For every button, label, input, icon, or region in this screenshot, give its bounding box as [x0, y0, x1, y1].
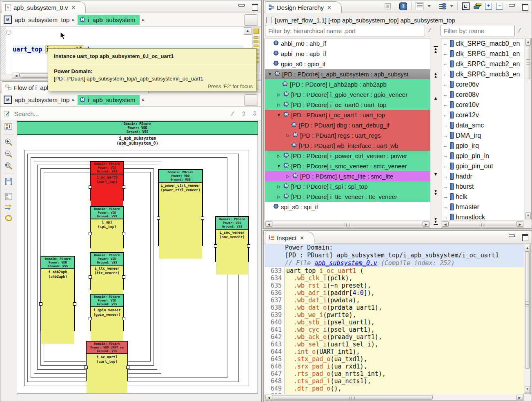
- tree-collapsed-arrow-icon[interactable]: ▷: [276, 103, 281, 107]
- tree-collapsed-arrow-icon[interactable]: ▷: [276, 184, 281, 189]
- clear-filter-broom-icon[interactable]: [516, 27, 523, 34]
- signal-item[interactable]: →data_smc: [441, 120, 524, 130]
- minimize-icon[interactable]: [509, 234, 515, 237]
- scrollbar-thumb[interactable]: [448, 222, 517, 226]
- page-down-highlight-icon[interactable]: ▼▼: [432, 190, 439, 196]
- signal-item[interactable]: ←clk_SRPG_macb1_en: [441, 49, 524, 59]
- scroll-up-icon[interactable]: ▲: [525, 245, 530, 252]
- breadcrumb-item[interactable]: apb_subsystem_top: [15, 16, 69, 23]
- clear-filter-broom-icon[interactable]: [427, 27, 433, 34]
- maximize-icon[interactable]: [252, 4, 258, 11]
- zoom-out-icon[interactable]: [4, 150, 13, 158]
- next-highlight-icon[interactable]: ▼: [432, 173, 439, 176]
- layers-icon[interactable]: [474, 3, 481, 9]
- filter-hierarchical-input[interactable]: [265, 25, 425, 36]
- tree-horizontal-scrollbar[interactable]: ◀ ▶: [265, 221, 430, 228]
- expand-all-icon[interactable]: +: [485, 3, 492, 10]
- breadcrumb-arrow-icon[interactable]: ▸: [72, 97, 75, 103]
- inspect-content[interactable]: Power Domain: [PD : PDuart] apb_subsyste…: [265, 244, 524, 394]
- chevron-down-icon[interactable]: [450, 5, 453, 7]
- filter-columns-icon[interactable]: [439, 3, 446, 9]
- breadcrumb-arrow-icon[interactable]: ▸: [142, 97, 145, 103]
- tree-item[interactable]: ▼ M[PD : PDuart] i_oc_uart1 : uart_top: [265, 110, 430, 120]
- inspect-horizontal-scrollbar[interactable]: ◀ ▶: [265, 394, 524, 401]
- scroll-left-icon[interactable]: ◀: [265, 395, 272, 400]
- tab-apb-subsystem-file[interactable]: v apb_subsystem_0.v ✕: [2, 1, 86, 13]
- options-form-icon[interactable]: [5, 193, 12, 200]
- search-next-icon[interactable]: ⇩: [252, 110, 257, 117]
- hierarchy-tree[interactable]: iahbi_m0 : ahb_if iapbi_mo : apb_if igpi…: [265, 38, 430, 220]
- signal-vertical-scrollbar[interactable]: ▲ ▼: [525, 38, 532, 220]
- tree-item[interactable]: ispi_s0 : spi_if: [265, 202, 430, 212]
- tree-collapsed-arrow-icon[interactable]: ▷: [276, 92, 281, 97]
- signal-item[interactable]: →haddr: [441, 171, 524, 181]
- trace-arrows-icon[interactable]: [4, 204, 13, 210]
- chip-icon[interactable]: [462, 2, 470, 10]
- signal-item[interactable]: →hclk: [441, 192, 524, 202]
- scroll-right-icon[interactable]: ▶: [516, 221, 523, 227]
- go-first-highlight-icon[interactable]: ▲▲: [432, 46, 439, 53]
- breadcrumb-item-selected[interactable]: M i_apb_subsystem: [78, 15, 140, 25]
- signal-item[interactable]: ←gpio_irq: [441, 141, 524, 151]
- tab-inspect[interactable]: i Inspect ✕: [265, 232, 314, 243]
- minimize-icon[interactable]: [238, 4, 245, 7]
- top-domain-band[interactable]: Domain: PDcore Power: VDD Ground: VSS: [17, 122, 258, 135]
- show-hierarchy-button[interactable]: [244, 14, 258, 26]
- tree-expanded-arrow-icon[interactable]: ▼: [276, 164, 281, 168]
- power-format-icon[interactable]: T: [399, 2, 407, 10]
- tree-item[interactable]: ▷ M[PD : PDcore] i_power_ctrl_veneer : p…: [265, 151, 430, 161]
- diagram-block-i_spi[interactable]: Domain: PDcorePower: VDDGround: VSSi_spi…: [90, 206, 124, 248]
- scroll-up-icon[interactable]: ▲: [244, 27, 252, 35]
- inspect-vertical-scrollbar[interactable]: ▲ ▼: [524, 244, 531, 394]
- chevron-down-icon[interactable]: [427, 5, 431, 7]
- tree-item[interactable]: iapbi_mo : apb_if: [265, 49, 430, 59]
- tree-item[interactable]: ▷ M[PD : PDcore] i_oc_uart0 : uart_top: [265, 100, 430, 110]
- port-signal-list[interactable]: ←clk_SRPG_macb0_en←clk_SRPG_macb1_en←clk…: [441, 38, 524, 220]
- tree-item[interactable]: ▷ M[PD : PDcore] i_gpio_veneer : gpio_ve…: [265, 89, 430, 100]
- tree-collapsed-arrow-icon[interactable]: ▷: [285, 133, 290, 138]
- signal-item[interactable]: ←core12v: [441, 110, 524, 120]
- signal-item[interactable]: ←core06v: [441, 79, 524, 89]
- power-domain-diagram-canvas[interactable]: Domain: PDcore Power: VDD Ground: VSS i_…: [17, 121, 258, 393]
- file-link[interactable]: apb_subsystem_0.v: [314, 259, 377, 267]
- clear-broom-icon[interactable]: [229, 111, 236, 117]
- sync-refresh-icon[interactable]: [4, 214, 13, 221]
- properties-icon[interactable]: [4, 123, 13, 130]
- signal-item[interactable]: ←core08v: [441, 89, 524, 100]
- tree-item[interactable]: ▷ M[PD : PDuart] regs : uart_regs: [265, 130, 430, 141]
- scrollbar-thumb[interactable]: [526, 46, 530, 79]
- tree-item[interactable]: ▼ M[PD : PDcore] i_smc_veneer : smc_vene…: [265, 161, 430, 171]
- tree-item[interactable]: igpio_s0 : gpio_if: [265, 59, 430, 69]
- signal-item[interactable]: →hmastlock: [441, 212, 524, 220]
- page-up-highlight-icon[interactable]: ▲▲: [432, 72, 439, 78]
- diagram-block-i_power_ctrl_veneer[interactable]: Domain: PDcorePower: VDDGround: VSSi_pow…: [158, 169, 203, 246]
- close-icon[interactable]: ✕: [300, 235, 304, 241]
- signal-item[interactable]: ←gpio_pin_out: [441, 161, 524, 171]
- tree-item[interactable]: ▼ M[PD : PDcore] i_apb_subsystem : apb_s…: [265, 69, 430, 79]
- prev-highlight-icon[interactable]: ▲: [432, 97, 439, 100]
- tree-collapsed-arrow-icon[interactable]: ▷: [276, 154, 281, 158]
- tree-item[interactable]: ▷ M[PD : PDcore] i_spi : spi_top: [265, 181, 430, 192]
- scroll-left-icon[interactable]: ◀: [442, 221, 449, 227]
- signal-item[interactable]: →hmaster: [441, 202, 524, 212]
- tree-item[interactable]: M[PD : PDcore] i_ahb2apb : ahb2apb: [265, 79, 430, 89]
- signal-item[interactable]: →hburst: [441, 181, 524, 192]
- minimize-icon[interactable]: [509, 4, 515, 7]
- diagram-block-i_smc_veneer[interactable]: Domain: PDcorePower: VDDGround: VSSi_smc…: [215, 216, 249, 262]
- diagram-block-i_ahb2apb[interactable]: Domain: PDcorePower: VDDGround: VSSi_ahb…: [40, 256, 75, 331]
- search-prev-icon[interactable]: ⇧: [241, 110, 247, 117]
- diagram-block-i_oc_uart1[interactable]: Domain: PDuartPower: VDD_UART_swGround: …: [86, 341, 128, 381]
- tree-collapsed-arrow-icon[interactable]: ▷: [285, 174, 290, 179]
- zoom-in-icon[interactable]: [4, 138, 13, 146]
- tree-collapsed-arrow-icon[interactable]: ▷: [276, 194, 281, 199]
- signal-item[interactable]: ←clk_SRPG_macb2_en: [441, 59, 524, 69]
- tree-item[interactable]: ▷ M[PD : PDcore] i_ttc_veneer : ttc_vene…: [265, 192, 430, 202]
- signal-item[interactable]: →gpio_pin_in: [441, 151, 524, 161]
- scroll-up-icon[interactable]: ▲: [525, 39, 531, 46]
- signal-horizontal-scrollbar[interactable]: ◀ ▶: [441, 221, 524, 228]
- maximize-icon[interactable]: [522, 234, 528, 241]
- checklist-icon[interactable]: [416, 2, 423, 10]
- tree-expanded-arrow-icon[interactable]: ▼: [267, 72, 272, 76]
- diagram-block-i_oc_uart0[interactable]: Domain: PDcorePower: VDDGround: VSSi_oc_…: [90, 161, 124, 201]
- signal-item[interactable]: ←core10v: [441, 100, 524, 110]
